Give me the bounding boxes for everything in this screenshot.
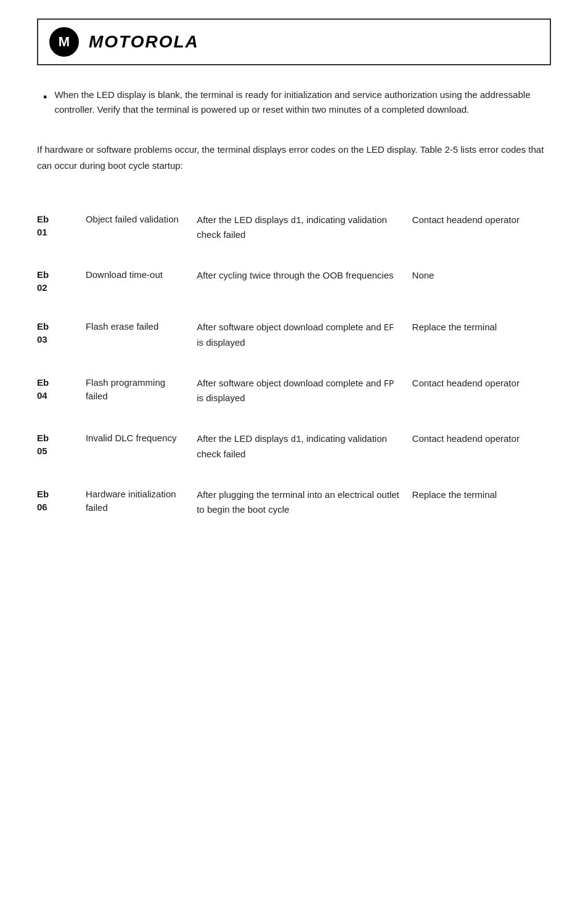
svg-text:M: M: [59, 34, 70, 49]
table-row: Eb01 Object failed validation After the …: [37, 204, 551, 259]
intro-paragraph: If hardware or software problems occur, …: [37, 142, 551, 173]
header: M MOTOROLA: [37, 18, 551, 65]
error-description: Flash programming failed: [86, 367, 197, 423]
error-code: Eb05: [37, 423, 86, 478]
bullet-section: ▪ When the LED display is blank, the ter…: [37, 88, 551, 117]
error-when: After cycling twice through the OOB freq…: [197, 259, 412, 311]
error-code: Eb03: [37, 311, 86, 367]
error-codes-table: Eb01 Object failed validation After the …: [37, 204, 551, 534]
bullet-item: ▪ When the LED display is blank, the ter…: [43, 88, 551, 117]
error-when: After the LED displays d1, indicating va…: [197, 423, 412, 478]
table-row: Eb03 Flash erase failed After software o…: [37, 311, 551, 367]
error-code: Eb04: [37, 367, 86, 423]
error-description: Hardware initialization failed: [86, 479, 197, 534]
bullet-text: When the LED display is blank, the termi…: [54, 88, 551, 117]
code-inline: EF: [384, 323, 394, 333]
error-when: After software object download complete …: [197, 311, 412, 367]
bullet-marker: ▪: [43, 89, 47, 105]
error-action: Contact headend operator: [412, 204, 551, 259]
table-row: Eb02 Download time-out After cycling twi…: [37, 259, 551, 311]
error-action: Replace the terminal: [412, 479, 551, 534]
brand-name: MOTOROLA: [89, 32, 199, 52]
table-row: Eb04 Flash programming failed After soft…: [37, 367, 551, 423]
error-when: After software object download complete …: [197, 367, 412, 423]
error-when: After plugging the terminal into an elec…: [197, 479, 412, 534]
error-description: Flash erase failed: [86, 311, 197, 367]
error-action: Replace the terminal: [412, 311, 551, 367]
error-action: Contact headend operator: [412, 367, 551, 423]
error-code: Eb01: [37, 204, 86, 259]
code-inline: d1: [291, 216, 301, 226]
page-container: M MOTOROLA ▪ When the LED display is bla…: [0, 0, 588, 909]
error-action: None: [412, 259, 551, 311]
error-description: Object failed validation: [86, 204, 197, 259]
code-inline: FP: [384, 379, 394, 389]
error-description: Download time-out: [86, 259, 197, 311]
error-when: After the LED displays d1, indicating va…: [197, 204, 412, 259]
error-description: Invalid DLC frequency: [86, 423, 197, 478]
code-inline: d1: [291, 434, 301, 444]
motorola-logo-svg: M: [53, 31, 75, 53]
error-code: Eb06: [37, 479, 86, 534]
table-row: Eb05 Invalid DLC frequency After the LED…: [37, 423, 551, 478]
motorola-logo: M: [49, 27, 79, 57]
error-action: Contact headend operator: [412, 423, 551, 478]
error-code: Eb02: [37, 259, 86, 311]
table-row: Eb06 Hardware initialization failed Afte…: [37, 479, 551, 534]
